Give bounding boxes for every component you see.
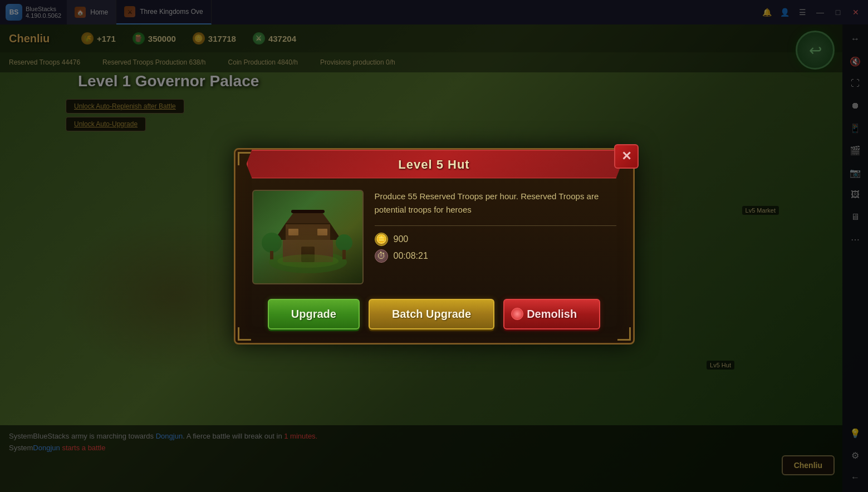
upgrade-button[interactable]: Upgrade (268, 299, 360, 329)
dialog-title: Level 5 Hut (398, 158, 469, 171)
coin-cost-icon: 🪙 (375, 233, 388, 246)
building-illustration (253, 191, 362, 283)
svg-rect-4 (291, 210, 325, 213)
svg-rect-6 (301, 247, 315, 262)
svg-point-10 (336, 234, 352, 251)
coin-cost-value: 900 (394, 234, 409, 244)
batch-upgrade-button[interactable]: Batch Upgrade (369, 299, 494, 329)
time-cost-value: 00:08:21 (394, 251, 428, 261)
svg-rect-5 (286, 224, 330, 240)
dialog-description-area: Produce 55 Reserved Troops per hour. Res… (375, 190, 616, 284)
building-description: Produce 55 Reserved Troops per hour. Res… (375, 190, 616, 217)
demolish-button[interactable]: Demolish (503, 299, 600, 329)
corner-bl (238, 327, 251, 341)
coin-cost: 🪙 900 (375, 233, 616, 246)
svg-point-9 (262, 233, 282, 253)
time-cost-icon: ⏱ (375, 249, 388, 263)
svg-marker-2 (274, 223, 341, 240)
svg-rect-7 (288, 229, 298, 235)
corner-br (617, 327, 631, 341)
svg-point-0 (269, 251, 347, 273)
dialog-buttons: Upgrade Batch Upgrade Demolish (236, 293, 633, 343)
svg-rect-1 (283, 240, 333, 262)
divider (375, 225, 616, 226)
level5-hut-dialog: ✕ Level 5 Hut (234, 148, 635, 345)
dialog-close-button[interactable]: ✕ (614, 144, 639, 169)
svg-point-13 (277, 254, 339, 268)
modal-overlay: ✕ Level 5 Hut (0, 0, 868, 492)
svg-rect-8 (317, 229, 327, 235)
svg-marker-3 (286, 212, 330, 223)
dialog-body: Produce 55 Reserved Troops per hour. Res… (236, 179, 633, 293)
building-image (252, 190, 364, 284)
dialog-title-bar: Level 5 Hut (247, 150, 622, 179)
time-cost: ⏱ 00:08:21 (375, 249, 616, 263)
svg-rect-12 (342, 250, 346, 259)
svg-rect-11 (270, 251, 273, 259)
